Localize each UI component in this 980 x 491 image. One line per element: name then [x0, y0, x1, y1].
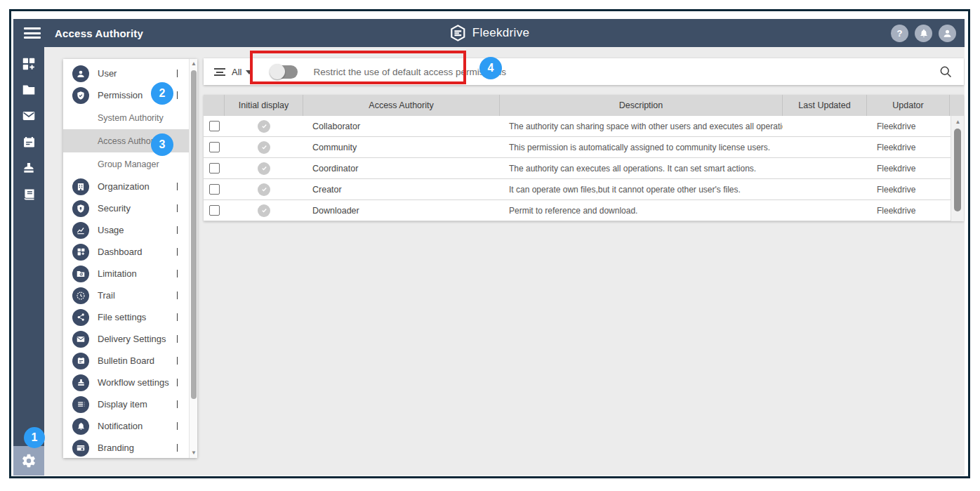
search-icon[interactable] — [939, 65, 953, 79]
share-icon — [72, 309, 89, 326]
header-initial-display: Initial display — [225, 95, 303, 116]
annotation-step-4: 4 — [479, 57, 502, 79]
table-row-coordinator[interactable]: Coordinator The authority can executes a… — [204, 158, 964, 179]
initial-display-check-icon — [258, 141, 270, 154]
security-shield-icon — [72, 200, 89, 217]
settings-menu-panel: User Permission System Authority Access … — [63, 59, 197, 458]
stamp-icon[interactable] — [17, 159, 41, 176]
expand-tick — [177, 70, 178, 77]
expand-tick — [177, 292, 178, 299]
filter-dropdown[interactable]: All — [213, 67, 253, 77]
sidebar-item-system-authority[interactable]: System Authority — [63, 106, 189, 129]
account-avatar-icon[interactable] — [939, 25, 956, 42]
sidebar-item-display-item[interactable]: Display item — [63, 393, 189, 415]
fleekdrive-logo-icon — [449, 24, 467, 42]
table-row-collaborator[interactable]: Collaborator The authority can sharing s… — [204, 116, 964, 137]
header-description: Description — [500, 95, 783, 116]
row-checkbox[interactable] — [209, 163, 220, 174]
top-bar: Access Authority Fleekdrive ? — [13, 19, 965, 47]
user-icon — [72, 65, 89, 82]
expand-tick — [177, 379, 178, 386]
table-header-row: Initial display Access Authority Descrip… — [204, 95, 964, 116]
sidebar-item-limitation[interactable]: Limitation — [63, 263, 189, 284]
row-checkbox[interactable] — [209, 184, 220, 195]
left-icon-rail — [13, 47, 44, 476]
initial-display-check-icon — [258, 120, 270, 133]
row-checkbox[interactable] — [209, 142, 220, 152]
expand-tick — [177, 422, 178, 430]
help-icon[interactable]: ? — [891, 25, 908, 42]
table-scrollbar[interactable]: ▲ — [951, 116, 964, 221]
initial-display-check-icon — [258, 204, 270, 217]
sidebar-item-trail[interactable]: Trail — [63, 284, 189, 306]
expand-tick — [177, 357, 178, 365]
bulletin-board-icon[interactable] — [17, 133, 41, 150]
sidebar-item-organization[interactable]: Organization — [63, 176, 189, 197]
annotation-step-1: 1 — [24, 427, 45, 448]
brand-logo: Fleekdrive — [449, 19, 529, 47]
toggle-label: Restrict the use of default access permi… — [313, 67, 506, 77]
sidebar-item-security[interactable]: Security — [63, 197, 189, 219]
sidebar-item-user[interactable]: User — [63, 63, 189, 84]
row-checkbox[interactable] — [209, 205, 220, 216]
folder-limit-icon — [72, 266, 89, 282]
annotation-step-2: 2 — [151, 82, 173, 105]
address-book-icon[interactable] — [17, 185, 41, 202]
settings-gear-icon[interactable] — [13, 446, 44, 476]
sidebar-item-dashboard[interactable]: Dashboard — [63, 241, 189, 263]
header-access-authority: Access Authority — [303, 95, 500, 116]
hamburger-menu-icon[interactable] — [24, 27, 41, 39]
scroll-up-icon[interactable]: ▲ — [190, 59, 197, 69]
sidebar-item-file-settings[interactable]: File settings — [63, 306, 189, 328]
filter-value: All — [232, 67, 241, 77]
header-last-updated: Last Updated — [783, 95, 867, 116]
expand-tick — [177, 226, 178, 234]
expand-tick — [177, 335, 178, 343]
table-row-creator[interactable]: Creator It can operate own files,but it … — [204, 179, 964, 200]
expand-tick — [177, 248, 178, 256]
access-authority-table: Initial display Access Authority Descrip… — [204, 95, 964, 221]
sidebar-scrollbar[interactable]: ▲ ▼ — [189, 59, 197, 458]
sidebar-item-group-manager[interactable]: Group Manager — [63, 152, 189, 176]
list-icon — [72, 396, 89, 413]
table-row-community[interactable]: Community This permission is automatical… — [204, 137, 964, 158]
page-title: Access Authority — [55, 27, 143, 39]
expand-tick — [177, 400, 178, 408]
workspace-apps-plus-icon[interactable] — [17, 55, 41, 72]
sidebar-item-delivery-settings[interactable]: Delivery Settings — [63, 328, 189, 350]
header-checkbox-col — [204, 95, 225, 116]
restrict-permissions-toggle[interactable] — [271, 65, 298, 79]
brand-name: Fleekdrive — [472, 26, 529, 40]
toggle-knob — [270, 64, 285, 79]
sidebar-item-bulletin-board[interactable]: Bulletin Board — [63, 350, 189, 372]
scroll-down-icon[interactable]: ▼ — [190, 448, 197, 458]
sidebar-scroll-thumb[interactable] — [191, 70, 197, 399]
shield-check-icon — [72, 87, 89, 104]
sidebar-item-usage[interactable]: Usage — [63, 219, 189, 241]
header-scroll-col — [950, 95, 964, 116]
table-row-downloader[interactable]: Downloader Permit to reference and downl… — [204, 200, 964, 221]
expand-tick — [177, 270, 178, 277]
initial-display-check-icon — [258, 183, 270, 196]
scroll-up-icon[interactable]: ▲ — [951, 117, 965, 127]
expand-tick — [177, 183, 178, 190]
expand-tick — [177, 444, 178, 452]
sidebar-item-branding[interactable]: Branding — [63, 437, 189, 458]
sidebar-item-notification[interactable]: Notification — [63, 415, 189, 437]
filter-icon — [213, 67, 225, 76]
mail-icon[interactable] — [17, 107, 41, 124]
clock-icon — [72, 287, 89, 304]
sidebar-item-workflow-settings[interactable]: Workflow settings — [63, 372, 189, 393]
dashboard-icon — [72, 244, 89, 261]
row-checkbox[interactable] — [209, 121, 220, 131]
bell-icon — [72, 418, 89, 435]
expand-tick — [177, 204, 178, 212]
calendar-icon — [72, 353, 89, 369]
chevron-down-icon — [246, 70, 253, 74]
window-gear-icon — [72, 440, 89, 457]
notifications-bell-icon[interactable] — [915, 25, 932, 42]
list-toolbar: All Restrict the use of default access p… — [204, 58, 964, 85]
folder-icon[interactable] — [17, 81, 41, 98]
table-scroll-thumb[interactable] — [954, 129, 961, 211]
usage-chart-icon — [72, 222, 89, 239]
